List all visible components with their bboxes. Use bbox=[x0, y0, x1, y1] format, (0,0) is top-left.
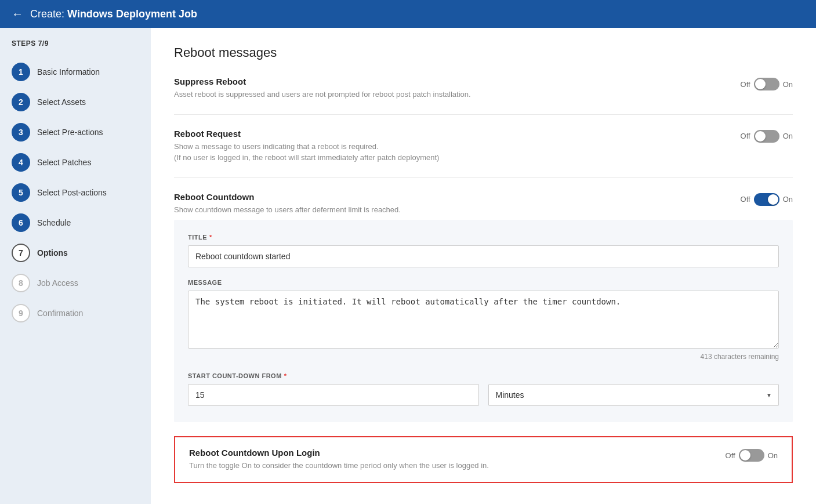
step-circle-7: 7 bbox=[12, 244, 30, 262]
suppress-reboot-control: Off On bbox=[741, 78, 793, 90]
main-content: Reboot messages Suppress Reboot Asset re… bbox=[151, 28, 816, 504]
step-circle-3: 3 bbox=[12, 123, 30, 142]
back-button[interactable]: ← bbox=[12, 8, 23, 21]
chars-remaining: 413 characters remaining bbox=[188, 353, 779, 361]
suppress-reboot-label: Suppress Reboot bbox=[174, 77, 729, 86]
login-toggle-row: Reboot Countdown Upon Login Turn the tog… bbox=[189, 448, 778, 472]
steps-label: STEPS 7/9 bbox=[0, 39, 151, 57]
message-textarea[interactable]: The system reboot is initiated. It will … bbox=[188, 291, 779, 349]
title-field-label: TITLE* bbox=[188, 234, 779, 241]
step-label-1: Basic Information bbox=[37, 67, 100, 77]
sidebar-step-9[interactable]: 9 Confirmation bbox=[0, 298, 151, 328]
reboot-request-desc: Show a message to users indicating that … bbox=[174, 141, 729, 164]
message-field-label: MESSAGE bbox=[188, 279, 779, 286]
step-label-3: Select Pre-actions bbox=[37, 128, 103, 137]
step-circle-2: 2 bbox=[12, 93, 30, 111]
login-control: Off On bbox=[726, 449, 778, 462]
reboot-request-toggle[interactable] bbox=[754, 130, 779, 143]
step-circle-8: 8 bbox=[12, 274, 30, 292]
login-info: Reboot Countdown Upon Login Turn the tog… bbox=[189, 448, 714, 472]
countdown-unit-field: Minutes Hours bbox=[488, 384, 779, 406]
header-title: Create: Windows Deployment Job bbox=[30, 8, 197, 20]
sidebar-step-5[interactable]: 5 Select Post-actions bbox=[0, 177, 151, 208]
header: ← Create: Windows Deployment Job bbox=[0, 0, 816, 28]
countdown-from-label: START COUNT-DOWN FROM* bbox=[188, 372, 479, 379]
countdown-row: START COUNT-DOWN FROM* Minutes Hours bbox=[188, 372, 779, 406]
unit-select-wrapper: Minutes Hours bbox=[488, 384, 779, 406]
reboot-countdown-toggle[interactable] bbox=[754, 193, 779, 206]
step-label-5: Select Post-actions bbox=[37, 188, 107, 197]
reboot-request-label: Reboot Request bbox=[174, 129, 729, 139]
reboot-countdown-info: Reboot Countdown Show countdown message … bbox=[174, 192, 729, 216]
reboot-countdown-desc: Show countdown message to users after de… bbox=[174, 204, 729, 216]
reboot-request-on-label: On bbox=[783, 132, 793, 140]
step-circle-4: 4 bbox=[12, 153, 30, 172]
sidebar-step-2[interactable]: 2 Select Assets bbox=[0, 87, 151, 117]
reboot-countdown-on-label: On bbox=[783, 195, 793, 204]
unit-select[interactable]: Minutes Hours bbox=[488, 384, 779, 406]
step-circle-9: 9 bbox=[12, 304, 30, 322]
countdown-number-field: START COUNT-DOWN FROM* bbox=[188, 372, 479, 406]
countdown-required-star: * bbox=[284, 372, 287, 379]
sidebar-step-4[interactable]: 4 Select Patches bbox=[0, 147, 151, 177]
reboot-countdown-label: Reboot Countdown bbox=[174, 192, 729, 202]
login-toggle[interactable] bbox=[739, 449, 764, 462]
reboot-countdown-control: Off On bbox=[741, 193, 793, 206]
step-label-7: Options bbox=[37, 248, 68, 258]
title-input[interactable] bbox=[188, 245, 779, 267]
step-circle-1: 1 bbox=[12, 63, 30, 81]
step-label-4: Select Patches bbox=[37, 158, 91, 167]
step-label-6: Schedule bbox=[37, 218, 71, 227]
sidebar-step-1[interactable]: 1 Basic Information bbox=[0, 57, 151, 87]
countdown-number-input[interactable] bbox=[188, 384, 479, 406]
login-off-label: Off bbox=[726, 451, 735, 460]
reboot-request-off-label: Off bbox=[741, 132, 750, 140]
reboot-request-control: Off On bbox=[741, 130, 793, 143]
reboot-countdown-off-label: Off bbox=[741, 195, 750, 204]
section-title: Reboot messages bbox=[174, 45, 793, 60]
sidebar: STEPS 7/9 1 Basic Information 2 Select A… bbox=[0, 28, 151, 504]
layout: STEPS 7/9 1 Basic Information 2 Select A… bbox=[0, 28, 816, 504]
reboot-countdown-row: Reboot Countdown Show countdown message … bbox=[174, 192, 793, 216]
login-label: Reboot Countdown Upon Login bbox=[189, 448, 714, 458]
suppress-reboot-on-label: On bbox=[783, 80, 793, 89]
step-label-8: Job Access bbox=[37, 278, 78, 288]
reboot-request-info: Reboot Request Show a message to users i… bbox=[174, 129, 729, 164]
title-required-star: * bbox=[209, 234, 212, 241]
suppress-reboot-off-label: Off bbox=[741, 80, 750, 89]
sidebar-step-6[interactable]: 6 Schedule bbox=[0, 208, 151, 238]
suppress-reboot-toggle[interactable] bbox=[754, 78, 779, 90]
sidebar-step-3[interactable]: 3 Select Pre-actions bbox=[0, 117, 151, 147]
step-label-9: Confirmation bbox=[37, 309, 83, 318]
suppress-reboot-info: Suppress Reboot Asset reboot is suppress… bbox=[174, 77, 729, 100]
step-circle-6: 6 bbox=[12, 213, 30, 232]
login-section: Reboot Countdown Upon Login Turn the tog… bbox=[174, 436, 793, 483]
suppress-reboot-row: Suppress Reboot Asset reboot is suppress… bbox=[174, 77, 793, 115]
sidebar-step-8[interactable]: 8 Job Access bbox=[0, 268, 151, 298]
step-circle-5: 5 bbox=[12, 183, 30, 202]
step-label-2: Select Assets bbox=[37, 97, 86, 107]
suppress-reboot-desc: Asset reboot is suppressed and users are… bbox=[174, 89, 729, 100]
countdown-section: TITLE* MESSAGE The system reboot is init… bbox=[174, 220, 793, 422]
sidebar-step-7[interactable]: 7 Options bbox=[0, 238, 151, 268]
reboot-request-row: Reboot Request Show a message to users i… bbox=[174, 129, 793, 178]
login-desc: Turn the toggle On to consider the count… bbox=[189, 460, 714, 472]
login-on-label: On bbox=[768, 451, 778, 460]
